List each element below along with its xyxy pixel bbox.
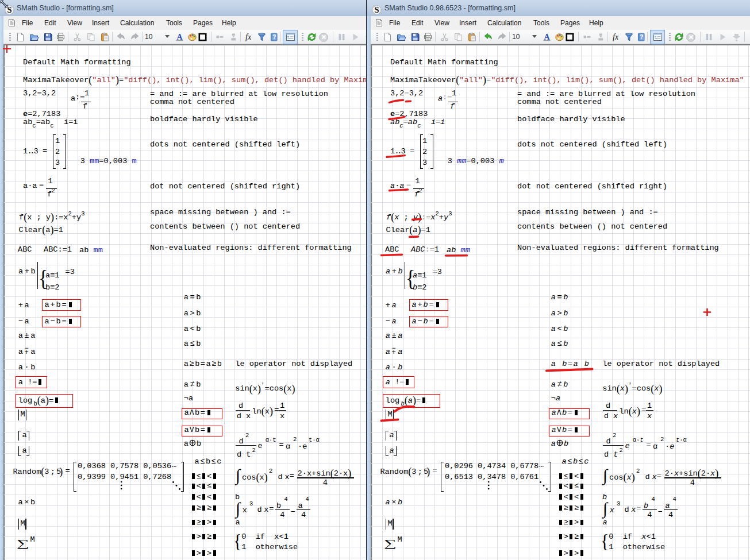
- svg-text:fx: fx: [245, 33, 252, 41]
- svg-text:A: A: [544, 33, 550, 41]
- svg-text:?: ?: [640, 34, 643, 40]
- svg-text:A: A: [176, 33, 183, 41]
- svg-text:S: S: [374, 5, 379, 14]
- svg-text:fx: fx: [613, 33, 619, 41]
- svg-text:?: ?: [272, 34, 276, 40]
